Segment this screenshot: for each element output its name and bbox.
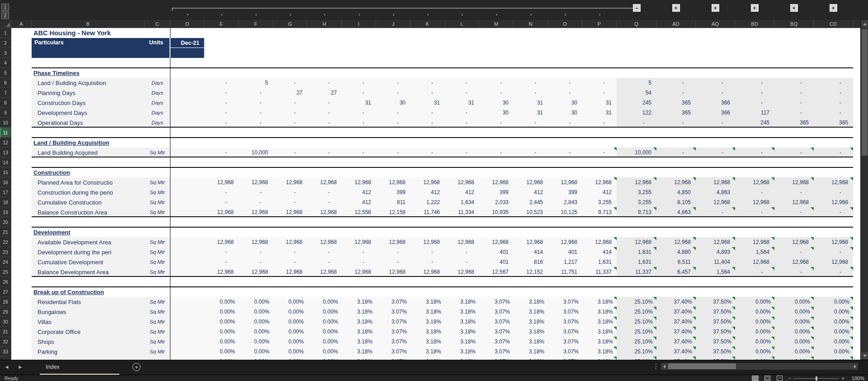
cell-BD9[interactable]: 117 [735,108,774,118]
cell-H8[interactable]: - [307,98,342,108]
cell-L24[interactable]: - [445,257,479,267]
cell-AD31[interactable]: 37.40% [656,327,696,337]
cell-B25[interactable]: Balance Development Area [32,267,145,277]
cell-H34[interactable]: 0.00% [307,357,342,360]
cell-E9[interactable]: - [204,108,239,118]
cell-AD23[interactable]: 4,880 [656,247,696,257]
cell-N16[interactable]: 12,968 [514,177,548,187]
row-header-1[interactable]: 1 [0,28,11,38]
cell-I23[interactable]: - [342,247,376,257]
cell-B22[interactable]: Available Development Area [32,237,145,247]
col-header-B[interactable]: B [32,20,145,28]
col-header-I[interactable]: I [342,20,376,28]
cell-F13[interactable]: 10,000 [239,148,273,157]
cell-F25[interactable]: 12,968 [239,267,273,277]
cell-E33[interactable]: 0.00% [204,347,239,357]
cell-C29[interactable]: Sq Mtr [145,307,170,317]
cell-J17[interactable]: 399 [376,187,410,197]
cell-F29[interactable]: 0.00% [239,307,273,317]
cell-Q29[interactable]: 25.10% [617,307,656,317]
cell-AD8[interactable]: 365 [656,98,696,108]
cell-B1-title[interactable]: ABC Housing - New York [32,28,145,38]
cell-H30[interactable]: 0.00% [307,317,342,327]
row-header-6[interactable]: 6 [0,78,11,88]
cell-P6[interactable]: - [582,78,617,88]
cell-K17[interactable]: 412 [410,187,445,197]
cell-C11[interactable] [145,128,170,138]
cell-B13[interactable]: Land Building Acquired [32,148,145,157]
cell-A23[interactable] [11,247,32,257]
cell-BQ24[interactable]: 12,968 [774,257,814,267]
cell-E8[interactable]: - [204,98,239,108]
cell-BQ23[interactable]: - [774,247,814,257]
cell-BQ16[interactable]: 12,968 [774,177,814,187]
cell-A22[interactable] [11,237,32,247]
cell-P10[interactable]: - [582,118,617,128]
cell-B28[interactable]: Residential Flats [32,297,145,307]
col-header-BQ[interactable]: BQ [774,20,814,28]
cell-Q25[interactable]: 11,337 [617,267,656,277]
col-header-AD[interactable]: AD [656,20,696,28]
cell-B9[interactable]: Development Days [32,108,145,118]
cell-C22[interactable]: Sq Mtr [145,237,170,247]
cell-BD28[interactable]: 0.00% [735,297,774,307]
cell-D28[interactable] [170,297,204,307]
cell-CD13[interactable]: - [814,148,853,157]
cell-BD10[interactable]: 245 [735,118,774,128]
col-header-BD[interactable]: BD [735,20,774,28]
cell-BQ33[interactable]: 0.00% [774,347,814,357]
cell-BD25[interactable]: - [735,267,774,277]
tab-scroll-left-button[interactable]: ◀ [0,361,14,373]
cell-F32[interactable]: 0.00% [239,337,273,347]
cell-A12[interactable] [11,138,32,148]
scroll-left-button[interactable] [661,363,667,370]
col-header-P[interactable]: P [582,20,617,28]
cell-AD33[interactable]: 37.40% [656,347,696,357]
cell-H18[interactable]: - [307,197,342,207]
cell-CD17[interactable]: - [814,187,853,197]
row-header-34[interactable]: 34 [0,357,11,360]
cell-BD19[interactable]: - [735,207,774,217]
cell-L29[interactable]: 3.18% [445,307,479,317]
cell-B16[interactable]: Planned Area for Constructio [32,177,145,187]
col-header-F[interactable]: F [239,20,273,28]
cell-J34[interactable]: 3.07% [376,357,410,360]
cell-P25[interactable]: 11,337 [582,267,617,277]
cell-N23[interactable]: 414 [514,247,548,257]
cell-B18[interactable]: Cumulative Construction [32,197,145,207]
cell-A34[interactable] [11,357,32,360]
cell-BQ7[interactable]: - [774,88,814,98]
cell-L17[interactable]: 412 [445,187,479,197]
normal-view-icon[interactable] [751,376,759,381]
cell-N29[interactable]: 3.18% [514,307,548,317]
cell-F30[interactable]: 0.00% [239,317,273,327]
cell-H22[interactable]: 12,968 [307,237,342,247]
scroll-right-button[interactable] [852,363,858,370]
cell-Q32[interactable]: 25.10% [617,337,656,347]
row-header-22[interactable]: 22 [0,237,11,247]
cell-Q33[interactable]: 25.10% [617,347,656,357]
cell-M19[interactable]: 10,935 [479,207,514,217]
cell-I17[interactable]: 412 [342,187,376,197]
col-header-H[interactable]: H [307,20,342,28]
cell-Q16[interactable]: 12,968 [617,177,656,187]
row-header-32[interactable]: 32 [0,337,11,347]
expand-group-button-CD[interactable]: + [830,4,837,12]
cell-H16[interactable]: 12,968 [307,177,342,187]
cell-G32[interactable]: 0.00% [273,337,307,347]
cell-AQ22[interactable]: 12,968 [696,237,735,247]
cell-A29[interactable] [11,307,32,317]
cell-N33[interactable]: 3.18% [514,347,548,357]
expand-group-button-BQ[interactable]: + [790,4,798,12]
cell-O34[interactable]: 3.07% [548,357,582,360]
cell-J32[interactable]: 3.07% [376,337,410,347]
cell-AQ28[interactable]: 37.50% [696,297,735,307]
cell-K28[interactable]: 3.18% [410,297,445,307]
cell-G17[interactable]: - [273,187,307,197]
cell-K13[interactable]: - [410,148,445,157]
col-header-Q[interactable]: Q [617,20,656,28]
cell-O16[interactable]: 12,968 [548,177,582,187]
cell-C15[interactable] [145,167,170,177]
cell-O9[interactable]: 30 [548,108,582,118]
cell-CD34[interactable]: 0.00% [814,357,853,360]
